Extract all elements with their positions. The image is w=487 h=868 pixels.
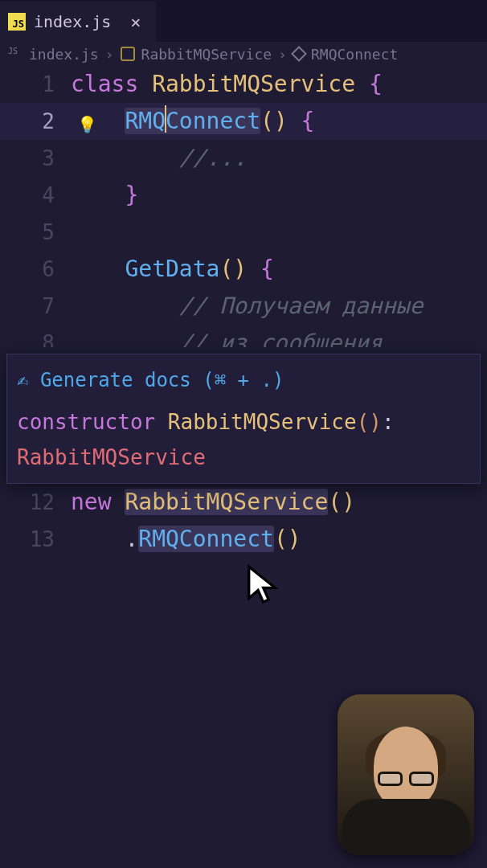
classname: RabbitMQService — [125, 489, 328, 515]
code-line: 6 GetData() { — [0, 251, 487, 288]
code-editor[interactable]: 💡 1 class RabbitMQService { 2 RMQConnect… — [0, 66, 487, 558]
breadcrumb-class[interactable]: RabbitMQService — [141, 46, 272, 63]
line-number: 2 — [0, 103, 71, 140]
breadcrumb-method[interactable]: RMQConnect — [311, 46, 398, 63]
line-number: 7 — [0, 288, 71, 325]
breadcrumb-separator: › — [278, 46, 287, 63]
parens: () — [219, 256, 247, 282]
js-file-icon: JS — [8, 13, 26, 31]
breadcrumb: JS index.js › RabbitMQService › RMQConne… — [0, 42, 487, 66]
brace: { — [369, 71, 383, 97]
line-number: 12 — [0, 484, 71, 521]
brace: } — [125, 182, 138, 208]
classname: RabbitMQService — [152, 71, 369, 97]
hover-tooltip: ✍ Generate docs (⌘ + .) constructor Rabb… — [6, 354, 481, 484]
line-number: 5 — [0, 214, 71, 251]
signature-return-type: RabbitMQService — [17, 445, 206, 469]
comment: // Получаем данные — [179, 293, 423, 319]
breadcrumb-file[interactable]: index.js — [29, 46, 99, 63]
method-name: RMQConnect — [125, 108, 260, 134]
comment: // из сообщения — [179, 330, 383, 347]
code-line: 5 — [0, 214, 487, 251]
webcam-overlay — [338, 694, 474, 855]
method-icon — [291, 46, 307, 62]
signature-parens: () — [357, 410, 382, 434]
line-number: 4 — [0, 177, 71, 214]
mouse-cursor-icon — [246, 564, 278, 606]
line-number: 6 — [0, 251, 71, 288]
line-number: 3 — [0, 140, 71, 177]
tab-bar: JS index.js × — [0, 0, 487, 42]
method-call: RMQConnect — [138, 526, 274, 552]
js-file-icon: JS — [8, 47, 23, 61]
signature-keyword: constructor — [17, 410, 168, 434]
tab-close-icon[interactable]: × — [130, 12, 141, 32]
line-number: 13 — [0, 521, 71, 558]
breadcrumb-separator: › — [105, 46, 114, 63]
code-line: 7 // Получаем данные — [0, 288, 487, 325]
line-number: 1 — [0, 66, 71, 103]
code-line: 13 .RMQConnect() — [0, 521, 487, 558]
class-icon — [121, 47, 135, 61]
parens: () — [274, 526, 301, 552]
file-tab[interactable]: JS index.js × — [0, 0, 156, 42]
keyword-new: new — [71, 489, 125, 515]
text-cursor — [165, 105, 166, 133]
parens: () — [260, 108, 288, 134]
generate-docs-link[interactable]: ✍ Generate docs (⌘ + .) — [17, 362, 470, 398]
code-line: 8 // из сообщения — [0, 325, 487, 347]
tab-filename: index.js — [34, 12, 111, 31]
code-line: 12 new RabbitMQService() — [0, 484, 487, 521]
comment: //... — [179, 145, 247, 171]
code-line: 1 class RabbitMQService { — [0, 66, 487, 103]
brace: { — [247, 256, 274, 282]
code-line: 3 //... — [0, 140, 487, 177]
signature-colon: : — [382, 410, 395, 434]
brace: { — [288, 108, 315, 134]
keyword-class: class — [71, 71, 152, 97]
method-name: GetData — [125, 256, 219, 282]
code-line-active: 2 RMQConnect() { — [0, 103, 487, 140]
signature-class: RabbitMQService — [168, 410, 357, 434]
code-line: 4 } — [0, 177, 487, 214]
line-number: 8 — [0, 325, 71, 347]
parens: () — [328, 489, 355, 515]
